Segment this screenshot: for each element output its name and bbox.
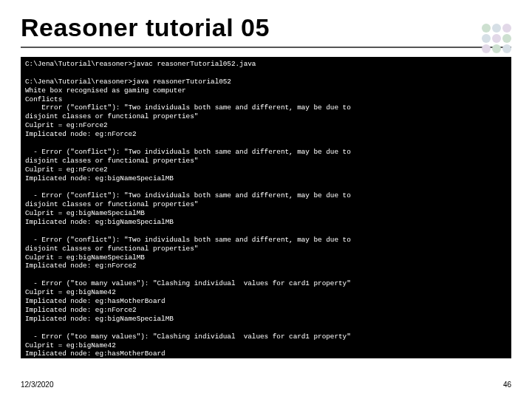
slide-title: Reasoner tutorial 05 (21, 13, 511, 42)
slide: Reasoner tutorial 05 C:\Jena\Tutorial\re… (0, 0, 532, 399)
terminal-output: C:\Jena\Tutorial\reasoner>javac reasoner… (21, 57, 511, 358)
decorative-dots (482, 24, 511, 53)
footer-page-number: 46 (503, 381, 511, 389)
slide-footer: 12/3/2020 46 (21, 381, 511, 389)
title-divider (21, 47, 511, 48)
footer-date: 12/3/2020 (21, 381, 54, 389)
